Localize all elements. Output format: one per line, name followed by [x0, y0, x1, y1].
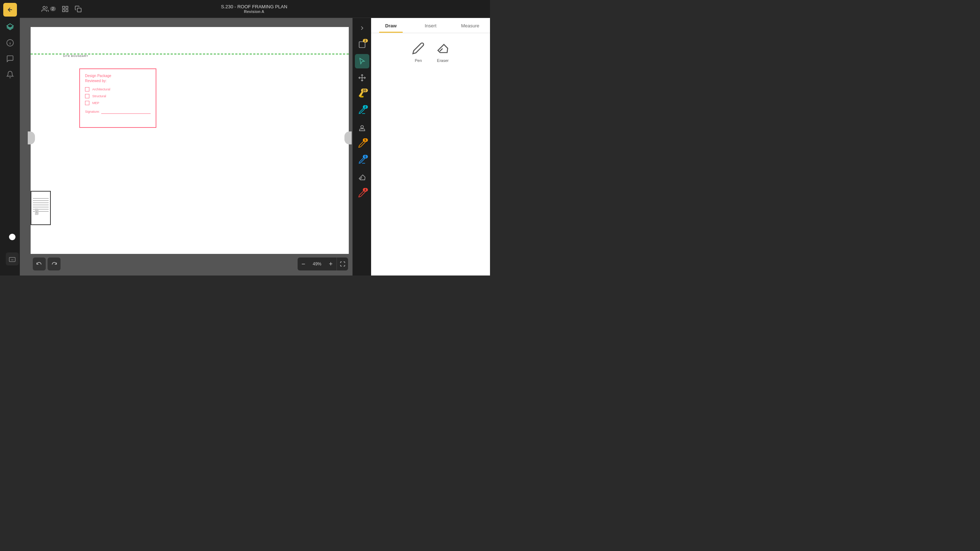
redo-button[interactable] — [48, 257, 60, 270]
review-count-icon[interactable]: 2 — [41, 5, 56, 13]
main-area: 2 S.230 - ROOF FRAMING PLAN Revision A — [20, 0, 490, 275]
svg-rect-16 — [359, 42, 365, 48]
collapse-panel-arrow[interactable] — [355, 21, 369, 35]
eraser-tool-label: Eraser — [437, 58, 449, 63]
grid-icon[interactable] — [62, 5, 69, 13]
red-pen-badge: 4 — [363, 188, 368, 192]
right-panel: Draw Insert Measure Pen — [371, 18, 490, 275]
site-boundary-label: SITE BOUNDARY — [63, 55, 88, 57]
blue-marker-button[interactable]: 5 — [355, 153, 369, 168]
pen-tool-icon — [410, 40, 426, 56]
label-structural: Structural — [92, 94, 106, 98]
select-tool-button[interactable]: 2 — [355, 37, 369, 52]
svg-rect-13 — [62, 10, 65, 11]
right-panel-tabs: Draw Insert Measure — [371, 18, 490, 33]
top-bar-icons: 2 — [41, 5, 82, 13]
zoom-value: 49% — [309, 262, 325, 267]
thumbnail-line — [33, 202, 49, 203]
svg-point-10 — [43, 6, 45, 9]
svg-rect-11 — [62, 6, 65, 8]
cursor-tool-button[interactable] — [355, 54, 369, 68]
right-toolbar-strip: 2 20 2 — [352, 18, 371, 275]
undo-button[interactable] — [33, 257, 46, 270]
svg-rect-15 — [77, 8, 81, 12]
yellow-marker-badge: 20 — [361, 89, 368, 92]
blue-marker-badge: 5 — [363, 155, 368, 159]
document-revision: Revision A — [221, 10, 287, 14]
zoom-out-button[interactable]: − — [298, 257, 309, 270]
label-mep: MEP — [92, 101, 99, 105]
zoom-controls: − 49% + — [298, 257, 348, 270]
checkbox-structural[interactable]: Structural — [85, 94, 151, 98]
checkbox-architectural[interactable]: Architectural — [85, 87, 151, 92]
select-tool-badge: 2 — [363, 39, 368, 43]
orange-pencil-button[interactable]: 5 — [355, 137, 369, 151]
signature-row: Signature: — [85, 110, 151, 114]
top-bar-left: 2 — [25, 3, 82, 15]
canvas-wrapper: SITE BOUNDARY Design Package Reviewed by… — [20, 18, 490, 275]
pen-tool-label: Pen — [415, 58, 422, 63]
copy-icon[interactable] — [75, 5, 82, 13]
nav-layers-icon[interactable] — [3, 20, 17, 34]
svg-rect-4 — [9, 257, 15, 262]
thumbnail-line — [33, 205, 49, 205]
label-architectural: Architectural — [92, 87, 110, 91]
cyan-pen-button[interactable]: 2 — [355, 104, 369, 118]
app-logo — [25, 3, 37, 15]
zoom-in-button[interactable]: + — [325, 257, 337, 270]
yellow-marker-button[interactable]: 20 — [355, 87, 369, 102]
document-title-area: S.230 - ROOF FRAMING PLAN Revision A — [221, 4, 287, 14]
tab-measure[interactable]: Measure — [450, 18, 490, 33]
svg-rect-14 — [65, 10, 68, 11]
page-handle-left[interactable] — [28, 132, 35, 144]
draw-tools-group: Pen Eraser — [410, 40, 451, 63]
right-panel-body: Pen Eraser — [371, 33, 490, 275]
thumbnail-line — [33, 200, 49, 201]
move-tool-button[interactable] — [355, 71, 369, 85]
keyboard-icon[interactable] — [6, 252, 19, 265]
top-bar: 2 S.230 - ROOF FRAMING PLAN Revision A — [20, 0, 490, 18]
page-handle-right[interactable] — [344, 132, 352, 144]
expand-panel-left[interactable]: › — [35, 208, 38, 215]
tab-insert[interactable]: Insert — [411, 18, 450, 33]
checkbox-architectural-box[interactable] — [85, 87, 89, 92]
cyan-pen-badge: 2 — [363, 105, 368, 109]
drawing-canvas[interactable]: SITE BOUNDARY Design Package Reviewed by… — [20, 18, 352, 275]
document-title: S.230 - ROOF FRAMING PLAN — [221, 4, 287, 10]
checkbox-mep[interactable]: MEP — [85, 101, 151, 105]
thumbnail-line — [33, 207, 49, 208]
page-content: SITE BOUNDARY Design Package Reviewed by… — [30, 27, 349, 254]
orange-pencil-badge: 5 — [363, 138, 368, 142]
svg-rect-12 — [65, 6, 68, 8]
left-sidebar — [0, 0, 20, 275]
eraser-tool-item[interactable]: Eraser — [435, 40, 451, 63]
tab-draw[interactable]: Draw — [371, 18, 411, 33]
nav-chat-icon[interactable] — [3, 52, 17, 65]
red-pen-button[interactable]: 4 — [355, 187, 369, 201]
back-button[interactable] — [3, 3, 17, 17]
nav-info-icon[interactable] — [3, 36, 17, 50]
pen-tool-item[interactable]: Pen — [410, 40, 426, 63]
bottom-toolbar — [33, 257, 60, 270]
signature-line[interactable] — [101, 110, 151, 114]
signature-label: Signature: — [85, 110, 100, 113]
user-avatar — [9, 234, 16, 240]
design-package-box: Design Package Reviewed by: Architectura… — [79, 68, 156, 128]
nav-bell-icon[interactable] — [3, 68, 17, 81]
site-boundary-line — [30, 54, 349, 54]
thumbnail-line — [33, 198, 49, 199]
fullscreen-button[interactable] — [337, 257, 348, 270]
eraser-tool-button[interactable] — [355, 170, 369, 184]
eraser-tool-icon — [435, 40, 451, 56]
svg-rect-19 — [360, 96, 363, 98]
checkbox-mep-box[interactable] — [85, 101, 89, 105]
design-package-title: Design Package Reviewed by: — [85, 73, 151, 84]
stamp-tool-button[interactable] — [355, 120, 369, 135]
checkbox-structural-box[interactable] — [85, 94, 89, 98]
thumbnail-panel — [30, 191, 51, 225]
review-badge: 2 — [50, 6, 56, 11]
svg-point-20 — [361, 126, 363, 128]
